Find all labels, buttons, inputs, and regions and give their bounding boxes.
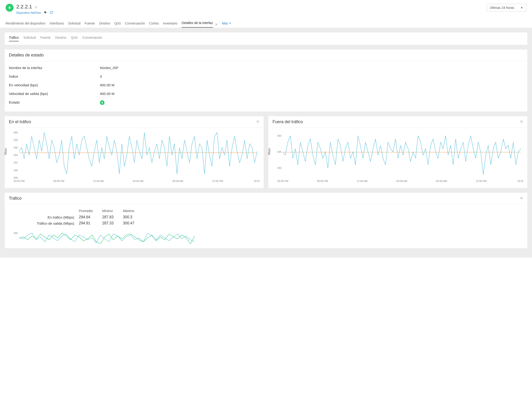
tab-rendimiento[interactable]: Rendimiento del dispositivo bbox=[6, 21, 45, 27]
svg-text:12:00 PM: 12:00 PM bbox=[475, 180, 487, 182]
caret-down-icon: ▼ bbox=[520, 6, 523, 10]
chart-out-ylabel: Mbps bbox=[268, 148, 271, 155]
chat-icon[interactable] bbox=[50, 11, 53, 15]
detail-value bbox=[100, 100, 105, 105]
col-min: Mínimo bbox=[102, 208, 123, 214]
chart-in-ylabel: Mbps bbox=[4, 148, 7, 155]
cell-avg: 294.64 bbox=[79, 214, 102, 220]
time-range-select[interactable]: Últimas 24 horas ▼ bbox=[487, 4, 526, 12]
svg-text:12:00 AM: 12:00 AM bbox=[357, 180, 367, 182]
stab-destino[interactable]: Destino bbox=[55, 36, 66, 42]
svg-text:04:00 PM: 04:00 PM bbox=[13, 180, 25, 182]
detail-label: Nombre de la interfaz bbox=[9, 66, 100, 70]
tab-conversacion[interactable]: Conversación bbox=[125, 21, 145, 27]
cell-max: 300.47 bbox=[123, 220, 144, 226]
detail-label: Velocidad de salida (bps) bbox=[9, 92, 100, 96]
time-range-label: Últimas 24 horas bbox=[490, 6, 514, 10]
cell-min: 287.83 bbox=[102, 214, 123, 220]
detail-row: Nombre de la interfazNúcleo_ISP bbox=[9, 63, 523, 72]
chart-menu-icon[interactable] bbox=[520, 196, 523, 201]
stab-qos[interactable]: QoS bbox=[71, 36, 77, 42]
detail-value: 3 bbox=[100, 75, 102, 78]
table-row: Tráfico de salida (Mbps)294.91287.33300.… bbox=[9, 220, 144, 226]
caret-down-icon: ▼ bbox=[229, 22, 231, 25]
svg-text:04:00 PM: 04:00 PM bbox=[277, 180, 288, 182]
sub-tabs: Tráfico Solicitud Fuente Destino QoS Con… bbox=[5, 32, 527, 45]
chart-in: 28829029229429629830004:00 PM08:00 PM12:… bbox=[9, 130, 260, 184]
device-link[interactable]: Dispositivo NetFlow bbox=[16, 11, 41, 14]
chart-menu-icon[interactable] bbox=[256, 119, 260, 124]
tag-icon[interactable] bbox=[44, 11, 47, 15]
chart-in-title: En el tráfico bbox=[9, 119, 31, 124]
tab-more[interactable]: Más ▼ bbox=[222, 21, 231, 27]
svg-text:12:00 PM: 12:00 PM bbox=[212, 180, 223, 182]
page-title: 2.2.2.1 bbox=[16, 4, 32, 10]
row-label: Tráfico de salida (Mbps) bbox=[9, 220, 79, 226]
svg-text:12:00 AM: 12:00 AM bbox=[93, 180, 104, 182]
svg-text:08:00 PM: 08:00 PM bbox=[317, 180, 328, 182]
svg-text:290: 290 bbox=[13, 169, 18, 172]
detail-label: Estado bbox=[9, 100, 100, 105]
svg-text:296: 296 bbox=[13, 146, 18, 149]
tab-inventario[interactable]: Inventario bbox=[163, 21, 177, 27]
tab-detalles-interfaz[interactable]: Detalles de la interfaz bbox=[182, 21, 213, 28]
tab-interfaces[interactable]: Interfaces bbox=[50, 21, 64, 27]
detail-value: 400.00 M bbox=[100, 83, 114, 87]
stab-trafico[interactable]: Tráfico bbox=[9, 36, 19, 42]
tab-solicitud[interactable]: Solicitud bbox=[68, 21, 81, 27]
status-up-icon bbox=[6, 4, 13, 12]
status-panel-title: Detalles de estado bbox=[9, 53, 44, 58]
table-row: En tráfico (Mbps)294.64287.83300.3 bbox=[9, 214, 144, 220]
tab-fuente[interactable]: Fuente bbox=[85, 21, 95, 27]
chart-out: 29029530004:00 PM08:00 PM12:00 AM04:00 A… bbox=[272, 130, 523, 184]
svg-text:295: 295 bbox=[277, 150, 281, 153]
detail-label: En velocidad (bps) bbox=[9, 83, 100, 87]
tab-qos[interactable]: QoS bbox=[114, 21, 121, 27]
svg-text:300: 300 bbox=[13, 232, 18, 234]
svg-text:04:00 AM: 04:00 AM bbox=[133, 180, 144, 182]
detail-row: Índice3 bbox=[9, 72, 523, 81]
stab-solicitud[interactable]: Solicitud bbox=[23, 36, 36, 42]
detail-row: En velocidad (bps)400.00 M bbox=[9, 81, 523, 89]
stab-conversacion[interactable]: Conversación bbox=[82, 36, 102, 42]
col-avg: Promedio bbox=[79, 208, 102, 214]
main-tabs: Rendimiento del dispositivo Interfaces S… bbox=[0, 17, 532, 28]
svg-text:294: 294 bbox=[13, 154, 18, 157]
detail-row: Estado bbox=[9, 98, 523, 107]
svg-text:300: 300 bbox=[13, 131, 18, 134]
svg-text:08:00 PM: 08:00 PM bbox=[53, 180, 64, 182]
svg-text:300: 300 bbox=[277, 134, 281, 137]
svg-text:08:00 AM: 08:00 AM bbox=[172, 180, 183, 182]
tab-destino[interactable]: Destino bbox=[99, 21, 110, 27]
chart-out-title: Fuera del tráfico bbox=[272, 119, 303, 124]
detail-value: Núcleo_ISP bbox=[100, 66, 118, 70]
close-tab-icon[interactable]: ✕ bbox=[215, 23, 218, 26]
detail-row: Velocidad de salida (bps)400.00 M bbox=[9, 89, 523, 98]
svg-rect-0 bbox=[50, 12, 53, 13]
svg-text:08:00 AM: 08:00 AM bbox=[436, 180, 447, 182]
tab-cortes[interactable]: Cortes bbox=[149, 21, 159, 27]
cell-max: 300.3 bbox=[123, 214, 144, 220]
cell-min: 287.33 bbox=[102, 220, 123, 226]
svg-text:04:00 AM: 04:00 AM bbox=[396, 180, 407, 182]
stab-fuente[interactable]: Fuente bbox=[40, 36, 51, 42]
chart-bottom: 300 bbox=[9, 232, 523, 246]
col-max: Máximo bbox=[123, 208, 144, 214]
status-up-icon bbox=[100, 100, 105, 105]
svg-text:298: 298 bbox=[13, 138, 18, 141]
title-menu-icon[interactable] bbox=[34, 6, 38, 10]
svg-text:290: 290 bbox=[277, 167, 281, 169]
svg-text:04:00: 04:00 bbox=[518, 180, 523, 182]
chart-menu-icon[interactable] bbox=[520, 119, 523, 124]
detail-value: 400.00 M bbox=[100, 92, 114, 96]
svg-text:288: 288 bbox=[13, 176, 18, 179]
traffic-panel-title: Tráfico bbox=[9, 196, 21, 201]
cell-avg: 294.91 bbox=[79, 220, 102, 226]
svg-text:04:00: 04:00 bbox=[254, 180, 260, 182]
svg-text:292: 292 bbox=[13, 161, 18, 164]
row-label: En tráfico (Mbps) bbox=[9, 214, 79, 220]
detail-label: Índice bbox=[9, 75, 100, 78]
